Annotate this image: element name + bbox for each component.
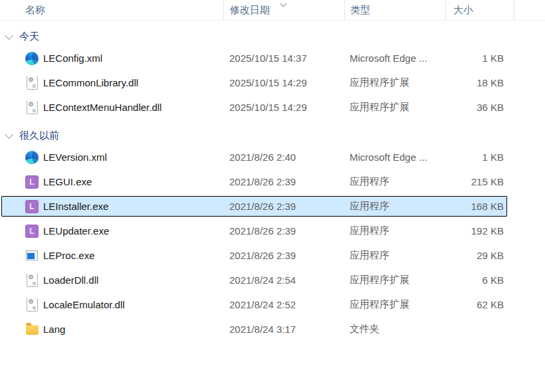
file-name: LEVersion.xml xyxy=(43,151,107,163)
default-app-icon xyxy=(26,250,38,260)
group-today-rows: LEConfig.xml 2025/10/15 14:37 Microsoft … xyxy=(0,46,545,120)
file-type: 应用程序 xyxy=(344,249,445,262)
column-header-row: 名称 修改日期 类型 大小 xyxy=(0,0,545,21)
file-name: LECommonLibrary.dll xyxy=(43,77,138,88)
file-date: 2021/8/24 3:17 xyxy=(223,324,344,335)
chevron-down-icon[interactable] xyxy=(5,130,13,139)
file-type: Microsoft Edge ... xyxy=(344,52,445,64)
le-app-icon: L xyxy=(25,200,39,213)
file-size: 215 KB xyxy=(445,176,514,187)
file-date: 2025/10/15 14:29 xyxy=(223,77,344,88)
file-size: 29 KB xyxy=(445,250,514,261)
column-header-name[interactable]: 名称 xyxy=(0,0,223,20)
file-type: 应用程序 xyxy=(344,225,445,237)
dll-icon xyxy=(27,274,38,287)
file-row-lecommonlibrary-dll[interactable]: LECommonLibrary.dll 2025/10/15 14:29 应用程… xyxy=(0,70,545,95)
file-size: 36 KB xyxy=(445,102,514,113)
folder-icon xyxy=(26,325,39,335)
group-label: 今天 xyxy=(19,31,39,43)
file-row-leproc-exe[interactable]: LEProc.exe 2021/8/26 2:39 应用程序 29 KB xyxy=(0,243,545,268)
file-date: 2021/8/24 2:54 xyxy=(223,274,344,286)
file-name: Lang xyxy=(43,324,65,335)
file-date: 2021/8/24 2:52 xyxy=(223,299,344,310)
file-row-legui-exe[interactable]: L LEGUI.exe 2021/8/26 2:39 应用程序 215 KB xyxy=(0,169,545,194)
file-row-localeemulator-dll[interactable]: LocaleEmulator.dll 2021/8/24 2:52 应用程序扩展… xyxy=(0,292,545,317)
file-size: 62 KB xyxy=(445,299,514,310)
file-name: LEGUI.exe xyxy=(43,176,92,187)
file-row-leupdater-exe[interactable]: L LEUpdater.exe 2021/8/26 2:39 应用程序 192 … xyxy=(0,219,545,243)
file-size: 1 KB xyxy=(445,52,514,64)
column-header-date-label: 修改日期 xyxy=(230,4,270,17)
file-row-loaderdll-dll[interactable]: LoaderDll.dll 2021/8/24 2:54 应用程序扩展 6 KB xyxy=(0,268,545,292)
file-date: 2021/8/26 2:39 xyxy=(223,225,344,237)
chevron-down-icon[interactable] xyxy=(5,31,13,40)
edge-icon xyxy=(25,151,39,164)
file-row-lang-folder[interactable]: Lang 2021/8/24 3:17 文件夹 xyxy=(0,317,545,342)
file-date: 2021/8/26 2:39 xyxy=(223,250,344,261)
file-type: 应用程序扩展 xyxy=(344,274,445,286)
file-name: LEContextMenuHandler.dll xyxy=(43,102,162,113)
file-row-leconfig-xml[interactable]: LEConfig.xml 2025/10/15 14:37 Microsoft … xyxy=(0,46,545,70)
file-date: 2025/10/15 14:29 xyxy=(223,102,344,113)
file-size: 192 KB xyxy=(445,225,514,237)
file-date: 2021/8/26 2:39 xyxy=(223,201,344,212)
file-row-leinstaller-exe-selected[interactable]: L LEInstaller.exe 2021/8/26 2:39 应用程序 16… xyxy=(0,194,545,219)
file-size: 18 KB xyxy=(445,77,514,88)
file-name: LEInstaller.exe xyxy=(43,201,108,212)
file-name: LEConfig.xml xyxy=(43,52,102,64)
file-type: 应用程序 xyxy=(344,175,445,188)
file-size: 168 KB xyxy=(445,201,514,212)
file-row-leversion-xml[interactable]: LEVersion.xml 2021/8/26 2:40 Microsoft E… xyxy=(0,145,545,169)
file-type: 应用程序 xyxy=(344,200,445,213)
group-header-today[interactable]: 今天 xyxy=(0,27,545,46)
file-type: 文件夹 xyxy=(344,323,445,336)
column-header-date[interactable]: 修改日期 xyxy=(223,0,344,20)
file-type: 应用程序扩展 xyxy=(344,298,445,311)
le-app-icon: L xyxy=(25,175,39,189)
file-type: Microsoft Edge ... xyxy=(344,151,445,163)
file-size: 1 KB xyxy=(445,151,514,163)
file-date: 2021/8/26 2:40 xyxy=(223,151,344,163)
dll-icon xyxy=(27,101,38,114)
file-name: LocaleEmulator.dll xyxy=(43,299,125,310)
file-type: 应用程序扩展 xyxy=(344,101,445,114)
le-app-icon: L xyxy=(25,225,39,238)
file-name: LoaderDll.dll xyxy=(43,274,98,286)
column-header-filler xyxy=(514,0,545,20)
edge-icon xyxy=(25,52,39,65)
column-header-type[interactable]: 类型 xyxy=(344,0,445,20)
group-long-ago-rows: LEVersion.xml 2021/8/26 2:40 Microsoft E… xyxy=(0,145,545,342)
column-header-size[interactable]: 大小 xyxy=(445,0,514,20)
file-name: LEProc.exe xyxy=(43,250,95,261)
group-header-long-ago[interactable]: 很久以前 xyxy=(0,126,545,145)
file-size: 6 KB xyxy=(445,274,514,286)
file-row-lecontextmenuhandler-dll[interactable]: LEContextMenuHandler.dll 2025/10/15 14:2… xyxy=(0,95,545,120)
file-type: 应用程序扩展 xyxy=(344,76,445,89)
file-date: 2025/10/15 14:37 xyxy=(223,52,344,64)
file-explorer-list-view: 名称 修改日期 类型 大小 今天 LEConfig.xml 2025/10/15… xyxy=(0,0,545,392)
sort-descending-chevron-icon xyxy=(280,1,286,7)
file-name: LEUpdater.exe xyxy=(43,225,109,237)
dll-icon xyxy=(27,76,38,90)
group-label: 很久以前 xyxy=(19,130,59,142)
file-date: 2021/8/26 2:39 xyxy=(223,176,344,187)
dll-icon xyxy=(27,298,38,312)
